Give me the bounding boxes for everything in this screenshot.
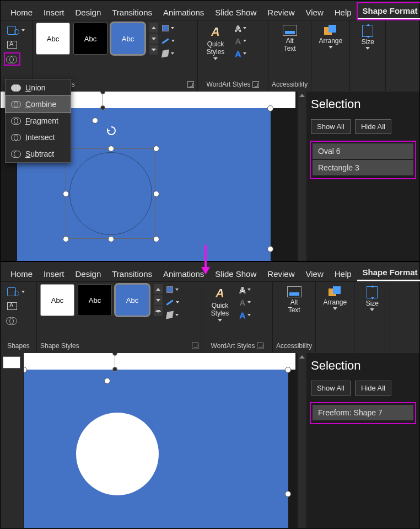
- subtract-icon: [11, 149, 21, 158]
- menu-combine[interactable]: Combine: [6, 96, 71, 113]
- vertical-scrollbar[interactable]: [298, 353, 306, 528]
- tab-design[interactable]: Design: [70, 4, 107, 20]
- selection-pane: Selection Show All Hide All Oval 6 Recta…: [306, 92, 419, 261]
- shape-styles-dialog-launcher[interactable]: [187, 81, 194, 88]
- gallery-more-button[interactable]: [149, 45, 158, 55]
- tab-help[interactable]: Help: [329, 266, 357, 281]
- group-label-size: [353, 87, 382, 90]
- style-thumb-3[interactable]: Abc: [111, 23, 145, 55]
- shape-outline-button[interactable]: [165, 297, 180, 308]
- tab-help[interactable]: Help: [329, 4, 357, 20]
- textbox-button[interactable]: [5, 301, 19, 312]
- text-outline-button[interactable]: A: [233, 35, 249, 46]
- shape-fill-button[interactable]: [165, 284, 180, 295]
- tab-insert[interactable]: Insert: [38, 266, 70, 281]
- tab-view[interactable]: View: [300, 266, 329, 281]
- tab-view[interactable]: View: [300, 4, 329, 20]
- tab-transitions[interactable]: Transitions: [106, 4, 158, 20]
- size-button[interactable]: Size: [358, 284, 386, 313]
- wordart-dialog-launcher[interactable]: [252, 81, 259, 88]
- quick-styles-button[interactable]: A Quick Styles: [201, 23, 230, 62]
- group-label-wordart: WordArt Styles: [201, 79, 265, 90]
- gallery-down-button[interactable]: [154, 295, 163, 305]
- tab-animations[interactable]: Animations: [158, 4, 209, 20]
- list-item[interactable]: Rectangle 3: [313, 160, 413, 175]
- alt-text-button[interactable]: Alt Text: [276, 284, 312, 317]
- text-effects-button[interactable]: A: [238, 309, 253, 320]
- tab-home[interactable]: Home: [5, 4, 38, 20]
- selection-list: Freeform: Shape 7: [311, 403, 415, 423]
- tab-transitions[interactable]: Transitions: [106, 266, 158, 281]
- menu-fragment[interactable]: Fragment: [6, 113, 71, 129]
- show-all-button[interactable]: Show All: [311, 119, 351, 134]
- quick-styles-button[interactable]: A Quick Styles: [206, 284, 234, 324]
- tab-slideshow[interactable]: Slide Show: [209, 266, 262, 281]
- tab-slideshow[interactable]: Slide Show: [209, 4, 262, 20]
- slide-thumbnail-strip[interactable]: [1, 353, 24, 528]
- text-fill-button[interactable]: A: [238, 284, 253, 295]
- size-button[interactable]: Size: [353, 23, 382, 52]
- selection-list: Oval 6 Rectangle 3: [311, 142, 415, 178]
- shape-style-gallery[interactable]: Abc Abc Abc: [36, 23, 158, 55]
- rotation-handle[interactable]: [106, 126, 116, 136]
- list-item[interactable]: Oval 6: [313, 143, 413, 159]
- fragment-icon: [11, 116, 21, 125]
- group-label-shapes: Shapes: [4, 341, 33, 351]
- selection-pane-title: Selection: [311, 359, 415, 373]
- vertical-scrollbar[interactable]: [298, 92, 306, 261]
- shape-fill-button[interactable]: [160, 23, 176, 34]
- hide-all-button[interactable]: Hide All: [355, 381, 391, 396]
- merge-shapes-button[interactable]: [5, 54, 19, 65]
- menu-union[interactable]: Union: [6, 79, 71, 96]
- tab-shape-format[interactable]: Shape Format: [357, 3, 420, 20]
- edit-shape-button[interactable]: [5, 25, 27, 36]
- shape-styles-dialog-launcher[interactable]: [192, 343, 198, 349]
- merge-shapes-icon: [6, 316, 17, 325]
- style-thumb-3[interactable]: Abc: [115, 284, 149, 316]
- oval-shape[interactable]: [69, 152, 152, 235]
- merge-shapes-button[interactable]: [5, 315, 19, 326]
- style-thumb-2[interactable]: Abc: [78, 284, 112, 316]
- hide-all-button[interactable]: Hide All: [355, 119, 391, 134]
- after-panel: Home Insert Design Transitions Animation…: [0, 261, 420, 528]
- arrange-icon: [324, 25, 337, 36]
- tab-review[interactable]: Review: [262, 266, 300, 281]
- textbox-button[interactable]: [5, 39, 19, 50]
- tab-insert[interactable]: Insert: [38, 4, 70, 20]
- menu-subtract[interactable]: Subtract: [6, 146, 71, 162]
- shape-effects-button[interactable]: [165, 309, 180, 320]
- merge-shapes-icon: [6, 55, 17, 63]
- shape-effects-button[interactable]: [160, 48, 176, 59]
- selection-pane: Selection Show All Hide All Freeform: Sh…: [306, 353, 419, 528]
- gallery-up-button[interactable]: [149, 23, 158, 33]
- tab-shape-format[interactable]: Shape Format: [357, 264, 420, 281]
- tab-design[interactable]: Design: [70, 266, 107, 281]
- menu-intersect[interactable]: Intersect: [6, 129, 71, 146]
- gallery-down-button[interactable]: [149, 34, 158, 44]
- show-all-button[interactable]: Show All: [311, 381, 351, 396]
- alt-text-icon: [283, 25, 297, 36]
- shape-style-gallery[interactable]: Abc Abc Abc: [40, 284, 163, 316]
- slide-canvas[interactable]: [24, 353, 306, 528]
- list-item[interactable]: Freeform: Shape 7: [313, 405, 413, 420]
- style-thumb-2[interactable]: Abc: [73, 23, 107, 55]
- text-effects-button[interactable]: A: [233, 48, 249, 59]
- selection-pane-title: Selection: [311, 97, 415, 111]
- tab-home[interactable]: Home: [5, 266, 38, 281]
- slide-thumbnail[interactable]: [3, 356, 20, 368]
- gallery-more-button[interactable]: [154, 306, 163, 316]
- edit-shape-button[interactable]: [5, 286, 27, 297]
- wordart-dialog-launcher[interactable]: [257, 343, 263, 349]
- style-thumb-1[interactable]: Abc: [36, 23, 70, 55]
- arrange-button[interactable]: Arrange: [315, 23, 346, 51]
- style-thumb-1[interactable]: Abc: [40, 284, 74, 316]
- text-outline-button[interactable]: A: [238, 297, 253, 308]
- shape-outline-button[interactable]: [160, 35, 176, 46]
- gallery-up-button[interactable]: [154, 284, 163, 294]
- text-fill-button[interactable]: A: [233, 23, 249, 34]
- arrange-button[interactable]: Arrange: [319, 284, 351, 312]
- alt-text-button[interactable]: Alt Text: [272, 23, 308, 55]
- before-panel: Home Insert Design Transitions Animation…: [0, 0, 420, 261]
- tab-review[interactable]: Review: [262, 4, 300, 20]
- intersect-icon: [11, 133, 21, 142]
